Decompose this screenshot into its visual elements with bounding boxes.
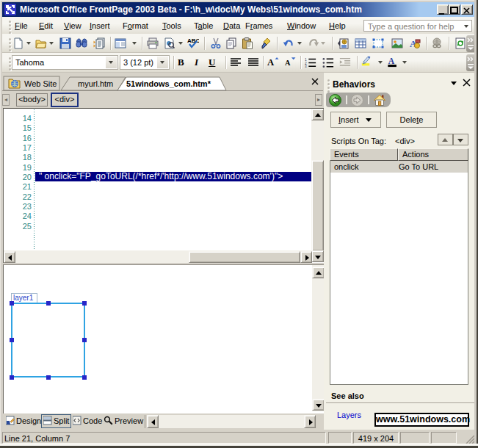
svg-text:3: 3 [305, 65, 307, 68]
svg-text:myurl.htm: myurl.htm [78, 79, 113, 88]
svg-text:A: A [267, 57, 275, 68]
svg-text:ABC: ABC [187, 37, 199, 44]
svg-text:Web Site: Web Site [24, 79, 57, 88]
svg-text:A: A [388, 57, 395, 65]
svg-text:51windows_com.htm*: 51windows_com.htm* [126, 79, 211, 88]
svg-text:A: A [285, 59, 291, 67]
